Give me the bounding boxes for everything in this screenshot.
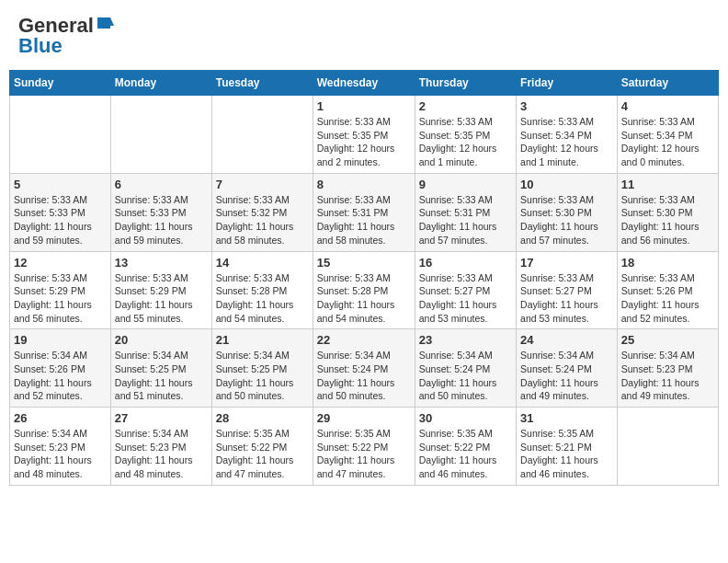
column-header-thursday: Thursday xyxy=(415,71,516,96)
calendar-cell: 14Sunrise: 5:33 AM Sunset: 5:28 PM Dayli… xyxy=(211,251,313,329)
day-number: 6 xyxy=(115,178,208,191)
calendar-week-row: 5Sunrise: 5:33 AM Sunset: 5:33 PM Daylig… xyxy=(10,173,719,251)
day-number: 16 xyxy=(419,256,512,270)
day-info: Sunrise: 5:34 AM Sunset: 5:25 PM Dayligh… xyxy=(216,349,309,403)
day-info: Sunrise: 5:33 AM Sunset: 5:30 PM Dayligh… xyxy=(621,193,714,247)
day-info: Sunrise: 5:33 AM Sunset: 5:32 PM Dayligh… xyxy=(216,193,309,247)
day-number: 14 xyxy=(216,256,309,270)
calendar-cell: 18Sunrise: 5:33 AM Sunset: 5:26 PM Dayli… xyxy=(617,251,718,329)
column-header-tuesday: Tuesday xyxy=(211,71,313,96)
calendar-week-row: 1Sunrise: 5:33 AM Sunset: 5:35 PM Daylig… xyxy=(10,96,719,174)
calendar-cell: 5Sunrise: 5:33 AM Sunset: 5:33 PM Daylig… xyxy=(10,173,111,251)
day-number: 28 xyxy=(216,411,309,425)
day-info: Sunrise: 5:34 AM Sunset: 5:23 PM Dayligh… xyxy=(115,427,208,481)
calendar-cell: 22Sunrise: 5:34 AM Sunset: 5:24 PM Dayli… xyxy=(313,329,415,408)
calendar-cell: 11Sunrise: 5:33 AM Sunset: 5:30 PM Dayli… xyxy=(617,173,718,251)
calendar-cell: 23Sunrise: 5:34 AM Sunset: 5:24 PM Dayli… xyxy=(415,329,516,408)
calendar-cell: 31Sunrise: 5:35 AM Sunset: 5:21 PM Dayli… xyxy=(517,408,618,486)
day-number: 9 xyxy=(419,178,512,191)
day-number: 25 xyxy=(621,333,714,347)
day-number: 11 xyxy=(621,178,714,191)
calendar-week-row: 26Sunrise: 5:34 AM Sunset: 5:23 PM Dayli… xyxy=(10,408,719,486)
day-number: 30 xyxy=(419,411,512,425)
calendar-cell: 24Sunrise: 5:34 AM Sunset: 5:24 PM Dayli… xyxy=(517,329,618,408)
calendar-cell: 20Sunrise: 5:34 AM Sunset: 5:25 PM Dayli… xyxy=(110,329,211,408)
day-info: Sunrise: 5:33 AM Sunset: 5:33 PM Dayligh… xyxy=(14,193,107,247)
day-number: 23 xyxy=(419,333,512,347)
day-number: 18 xyxy=(621,256,714,270)
calendar-cell: 26Sunrise: 5:34 AM Sunset: 5:23 PM Dayli… xyxy=(10,408,111,486)
column-header-friday: Friday xyxy=(517,71,618,96)
day-number: 5 xyxy=(14,178,107,191)
day-number: 10 xyxy=(520,178,613,191)
calendar-cell: 7Sunrise: 5:33 AM Sunset: 5:32 PM Daylig… xyxy=(211,173,313,251)
day-number: 1 xyxy=(317,99,411,113)
column-header-wednesday: Wednesday xyxy=(313,71,415,96)
day-number: 8 xyxy=(317,178,411,191)
calendar-cell: 1Sunrise: 5:33 AM Sunset: 5:35 PM Daylig… xyxy=(313,96,415,174)
day-info: Sunrise: 5:35 AM Sunset: 5:22 PM Dayligh… xyxy=(419,427,512,481)
calendar-cell: 19Sunrise: 5:34 AM Sunset: 5:26 PM Dayli… xyxy=(10,329,111,408)
day-number: 12 xyxy=(14,256,107,270)
day-info: Sunrise: 5:33 AM Sunset: 5:35 PM Dayligh… xyxy=(317,115,411,169)
day-info: Sunrise: 5:34 AM Sunset: 5:24 PM Dayligh… xyxy=(419,349,512,403)
day-info: Sunrise: 5:34 AM Sunset: 5:23 PM Dayligh… xyxy=(14,427,107,481)
day-number: 17 xyxy=(520,256,613,270)
day-number: 21 xyxy=(216,333,309,347)
day-info: Sunrise: 5:33 AM Sunset: 5:31 PM Dayligh… xyxy=(317,193,411,247)
day-number: 19 xyxy=(14,333,107,347)
day-number: 31 xyxy=(520,411,613,425)
day-info: Sunrise: 5:33 AM Sunset: 5:33 PM Dayligh… xyxy=(115,193,208,247)
calendar-cell: 8Sunrise: 5:33 AM Sunset: 5:31 PM Daylig… xyxy=(313,173,415,251)
calendar-cell: 30Sunrise: 5:35 AM Sunset: 5:22 PM Dayli… xyxy=(415,408,516,486)
header: General Blue xyxy=(9,9,719,63)
day-info: Sunrise: 5:33 AM Sunset: 5:34 PM Dayligh… xyxy=(520,115,613,169)
day-info: Sunrise: 5:33 AM Sunset: 5:29 PM Dayligh… xyxy=(115,271,208,326)
day-info: Sunrise: 5:33 AM Sunset: 5:35 PM Dayligh… xyxy=(419,115,512,169)
calendar-week-row: 12Sunrise: 5:33 AM Sunset: 5:29 PM Dayli… xyxy=(10,251,719,329)
day-number: 20 xyxy=(115,333,208,347)
calendar-cell xyxy=(110,96,211,174)
day-info: Sunrise: 5:34 AM Sunset: 5:25 PM Dayligh… xyxy=(115,349,208,403)
calendar-cell: 6Sunrise: 5:33 AM Sunset: 5:33 PM Daylig… xyxy=(110,173,211,251)
calendar-cell: 15Sunrise: 5:33 AM Sunset: 5:28 PM Dayli… xyxy=(313,251,415,329)
calendar-cell: 9Sunrise: 5:33 AM Sunset: 5:31 PM Daylig… xyxy=(415,173,516,251)
day-number: 22 xyxy=(317,333,411,347)
day-info: Sunrise: 5:34 AM Sunset: 5:24 PM Dayligh… xyxy=(317,349,411,403)
calendar-cell xyxy=(211,96,313,174)
day-info: Sunrise: 5:33 AM Sunset: 5:30 PM Dayligh… xyxy=(520,193,613,247)
calendar-cell xyxy=(10,96,111,174)
calendar-cell: 28Sunrise: 5:35 AM Sunset: 5:22 PM Dayli… xyxy=(211,408,313,486)
calendar-cell: 17Sunrise: 5:33 AM Sunset: 5:27 PM Dayli… xyxy=(517,251,618,329)
day-number: 4 xyxy=(621,99,714,113)
day-number: 29 xyxy=(317,411,411,425)
day-info: Sunrise: 5:33 AM Sunset: 5:27 PM Dayligh… xyxy=(520,271,613,326)
calendar-cell: 21Sunrise: 5:34 AM Sunset: 5:25 PM Dayli… xyxy=(211,329,313,408)
day-number: 27 xyxy=(115,411,208,425)
day-info: Sunrise: 5:35 AM Sunset: 5:22 PM Dayligh… xyxy=(317,427,411,481)
day-number: 15 xyxy=(317,256,411,270)
calendar-week-row: 19Sunrise: 5:34 AM Sunset: 5:26 PM Dayli… xyxy=(10,329,719,408)
day-number: 2 xyxy=(419,99,512,113)
day-number: 24 xyxy=(520,333,613,347)
logo-text-blue: Blue xyxy=(18,34,63,58)
day-number: 13 xyxy=(115,256,208,270)
logo: General Blue xyxy=(18,14,114,58)
day-info: Sunrise: 5:35 AM Sunset: 5:21 PM Dayligh… xyxy=(520,427,613,481)
day-info: Sunrise: 5:33 AM Sunset: 5:28 PM Dayligh… xyxy=(216,271,309,326)
calendar-cell xyxy=(617,408,718,486)
day-info: Sunrise: 5:33 AM Sunset: 5:27 PM Dayligh… xyxy=(419,271,512,326)
column-header-saturday: Saturday xyxy=(617,71,718,96)
column-header-sunday: Sunday xyxy=(10,71,111,96)
day-info: Sunrise: 5:33 AM Sunset: 5:29 PM Dayligh… xyxy=(14,271,107,326)
column-header-monday: Monday xyxy=(110,71,211,96)
calendar-cell: 29Sunrise: 5:35 AM Sunset: 5:22 PM Dayli… xyxy=(313,408,415,486)
calendar-cell: 2Sunrise: 5:33 AM Sunset: 5:35 PM Daylig… xyxy=(415,96,516,174)
calendar-cell: 25Sunrise: 5:34 AM Sunset: 5:23 PM Dayli… xyxy=(617,329,718,408)
calendar-cell: 27Sunrise: 5:34 AM Sunset: 5:23 PM Dayli… xyxy=(110,408,211,486)
calendar-cell: 12Sunrise: 5:33 AM Sunset: 5:29 PM Dayli… xyxy=(10,251,111,329)
calendar-table: SundayMondayTuesdayWednesdayThursdayFrid… xyxy=(9,70,719,486)
day-info: Sunrise: 5:33 AM Sunset: 5:34 PM Dayligh… xyxy=(621,115,714,169)
calendar-header-row: SundayMondayTuesdayWednesdayThursdayFrid… xyxy=(10,71,719,96)
day-info: Sunrise: 5:34 AM Sunset: 5:26 PM Dayligh… xyxy=(14,349,107,403)
